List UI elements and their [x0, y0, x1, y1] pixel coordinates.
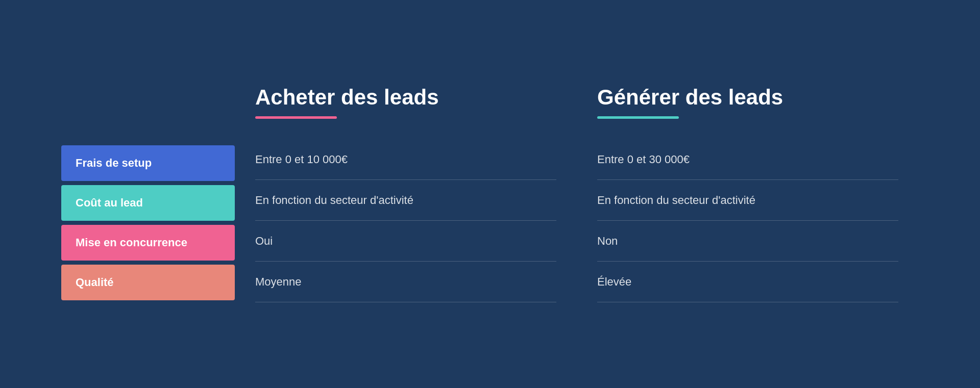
label-qualite: Qualité [61, 265, 235, 300]
column-acheter-underline [255, 116, 337, 119]
label-cout-au-lead: Coût au lead [61, 185, 235, 221]
acheter-row-frais: Entre 0 et 10 000€ [255, 139, 556, 180]
generer-row-frais: Entre 0 et 30 000€ [597, 139, 898, 180]
column-acheter-header: Acheter des leads [255, 86, 556, 119]
labels-column: Frais de setup Coût au lead Mise en conc… [61, 145, 235, 304]
label-mise-en-concurrence: Mise en concurrence [61, 225, 235, 261]
column-generer-header: Générer des leads [597, 86, 898, 119]
acheter-row-cout: En fonction du secteur d'activité [255, 180, 556, 221]
acheter-row-qualite: Moyenne [255, 262, 556, 302]
column-acheter-title: Acheter des leads [255, 86, 556, 109]
generer-row-concurrence: Non [597, 221, 898, 262]
main-container: Frais de setup Coût au lead Mise en conc… [0, 0, 980, 388]
generer-row-cout: En fonction du secteur d'activité [597, 180, 898, 221]
label-frais-de-setup: Frais de setup [61, 145, 235, 181]
column-generer-title: Générer des leads [597, 86, 898, 109]
column-acheter: Acheter des leads Entre 0 et 10 000€ En … [235, 86, 577, 302]
generer-row-qualite: Élevée [597, 262, 898, 302]
column-generer-rows: Entre 0 et 30 000€ En fonction du secteu… [597, 139, 898, 302]
comparison-columns: Acheter des leads Entre 0 et 10 000€ En … [235, 86, 919, 302]
column-generer-underline [597, 116, 679, 119]
column-generer: Générer des leads Entre 0 et 30 000€ En … [577, 86, 919, 302]
column-acheter-rows: Entre 0 et 10 000€ En fonction du secteu… [255, 139, 556, 302]
acheter-row-concurrence: Oui [255, 221, 556, 262]
